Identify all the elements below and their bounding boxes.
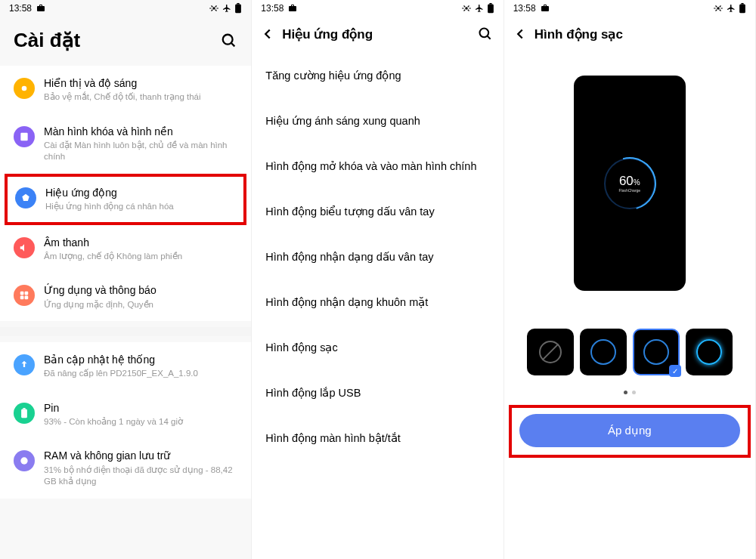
item-subtitle: Ứng dụng mặc định, Quyền [44, 299, 237, 311]
search-icon[interactable] [221, 32, 237, 49]
status-time: 13:58 [9, 3, 32, 14]
item-subtitle: Bảo vệ mắt, Chế độ tối, thanh trạng thái [44, 91, 237, 103]
battery-icon [234, 3, 242, 14]
pager-dot[interactable] [632, 391, 636, 394]
storage-icon [14, 450, 35, 471]
charge-unit: % [634, 178, 640, 187]
settings-list-group2: Bản cập nhật hệ thống Đã nâng cấp lên PD… [0, 342, 251, 499]
item-subtitle: Âm lượng, chế độ Không làm phiền [44, 251, 237, 263]
svg-rect-12 [21, 409, 27, 418]
apply-highlight: Áp dụng [509, 405, 751, 458]
item-title: Âm thanh [44, 236, 237, 249]
charge-brand: FlashCharge [618, 189, 640, 193]
pager-dot[interactable] [624, 391, 627, 394]
item-title: Bản cập nhật hệ thống [44, 353, 237, 366]
animation-preview: 60% FlashCharge [504, 53, 755, 298]
svg-rect-8 [20, 292, 24, 295]
settings-main-panel: 13:58 Cài đặt Hiển thị và độ sáng Bảo [0, 0, 252, 559]
preview-phone: 60% FlashCharge [574, 76, 686, 291]
item-subtitle: Cài đặt Màn hình luôn bật, chủ đề và màn… [44, 140, 237, 163]
svg-rect-17 [489, 3, 491, 5]
search-icon[interactable] [478, 26, 493, 42]
debug-icon [461, 5, 472, 12]
settings-item-apps[interactable]: Ứng dụng và thông báo Ứng dụng mặc định,… [3, 273, 248, 321]
sound-icon [14, 237, 35, 258]
svg-point-15 [465, 7, 468, 10]
airplane-icon [475, 4, 484, 13]
option-enhance[interactable]: Tăng cường hiệu ứng động [265, 53, 489, 98]
section-divider [0, 327, 251, 336]
svg-rect-11 [25, 296, 29, 300]
option-fingerprint-recog[interactable]: Hình động nhận dạng dấu vân tay [265, 234, 489, 280]
option-face-recog[interactable]: Hình động nhận dạng khuôn mặt [265, 280, 489, 325]
briefcase-icon [36, 4, 45, 13]
item-subtitle: Đã nâng cấp lên PD2150F_EX_A_1.9.0 [44, 368, 237, 380]
item-title: Ứng dụng và thông báo [44, 283, 237, 297]
debug-icon [713, 5, 723, 12]
pager [504, 383, 755, 405]
update-icon [14, 354, 35, 375]
thumb-style-2[interactable]: ✓ [633, 329, 680, 375]
animation-options-list: Tăng cường hiệu ứng động Hiệu ứng ánh sá… [252, 53, 503, 461]
sun-icon [14, 78, 35, 99]
charge-ring-icon: 60% FlashCharge [604, 158, 655, 209]
svg-rect-21 [739, 5, 745, 14]
settings-item-lockscreen[interactable]: Màn hình khóa và hình nền Cài đặt Màn hì… [3, 114, 248, 174]
ring-icon [590, 339, 616, 365]
ring-icon [643, 339, 669, 365]
briefcase-icon [541, 4, 550, 13]
thumb-style-3[interactable] [686, 329, 733, 375]
briefcase-icon [288, 4, 297, 13]
option-fingerprint-icon[interactable]: Hình động biểu tượng dấu vân tay [265, 189, 489, 234]
item-title: RAM và không gian lưu trữ [44, 449, 237, 462]
settings-list-group1: Hiển thị và độ sáng Bảo vệ mắt, Chế độ t… [0, 66, 251, 321]
settings-item-storage[interactable]: RAM và không gian lưu trữ 31% bộ nhớ điệ… [3, 438, 248, 498]
option-usb[interactable]: Hình động lắp USB [265, 370, 489, 415]
item-title: Hiệu ứng động [45, 186, 236, 199]
charging-animation-panel: 13:58 Hình động sạc 60% FlashCharge [504, 0, 756, 559]
svg-point-14 [20, 458, 27, 465]
option-charging[interactable]: Hình động sạc [265, 325, 489, 370]
animation-thumbnails: ✓ [504, 298, 755, 383]
settings-item-display[interactable]: Hiển thị và độ sáng Bảo vệ mắt, Chế độ t… [3, 66, 248, 114]
svg-rect-2 [237, 3, 240, 5]
airplane-icon [727, 4, 736, 13]
settings-item-sound[interactable]: Âm thanh Âm lượng, chế độ Không làm phiề… [3, 225, 248, 273]
settings-item-battery[interactable]: Pin 93% - Còn khoảng 1 ngày và 14 giờ [3, 391, 248, 439]
sub-header: Hình động sạc [504, 15, 755, 53]
back-icon[interactable] [259, 26, 276, 42]
charge-value: 60 [619, 174, 634, 188]
page-title: Cài đặt [14, 29, 80, 52]
svg-marker-7 [22, 194, 29, 201]
svg-line-19 [487, 36, 490, 39]
svg-point-3 [223, 34, 233, 44]
wallpaper-icon [14, 126, 35, 147]
settings-item-animation[interactable]: Hiệu ứng động Hiệu ứng hình động cá nhân… [5, 174, 246, 225]
settings-header: Cài đặt [0, 15, 251, 60]
thumb-style-1[interactable] [580, 329, 627, 375]
page-title: Hiệu ứng động [282, 26, 373, 42]
option-ambient-light[interactable]: Hiệu ứng ánh sáng xung quanh [265, 98, 489, 144]
apply-button[interactable]: Áp dụng [519, 414, 740, 447]
airplane-icon [222, 4, 231, 13]
svg-rect-10 [20, 296, 24, 300]
svg-rect-6 [20, 132, 27, 141]
svg-point-0 [213, 7, 216, 10]
item-subtitle: Hiệu ứng hình động cá nhân hóa [45, 201, 236, 213]
option-screen-onoff[interactable]: Hình động màn hình bật/tắt [265, 415, 489, 461]
status-bar: 13:58 [504, 0, 755, 15]
battery-icon [487, 3, 494, 14]
page-title: Hình động sạc [534, 26, 623, 42]
status-time: 13:58 [513, 3, 536, 14]
charge-percent: 60% FlashCharge [618, 174, 640, 193]
animation-effects-panel: 13:58 Hiệu ứng động Tăng cường hiệu ứng … [252, 0, 503, 559]
option-unlock[interactable]: Hình động mở khóa và vào màn hình chính [265, 144, 489, 189]
status-bar: 13:58 [252, 0, 503, 15]
thumb-none[interactable] [527, 329, 574, 375]
back-icon[interactable] [512, 26, 528, 42]
svg-line-4 [231, 42, 235, 46]
animation-icon [15, 187, 36, 208]
settings-item-update[interactable]: Bản cập nhật hệ thống Đã nâng cấp lên PD… [3, 342, 248, 391]
battery-icon [14, 403, 35, 424]
debug-icon [209, 5, 219, 12]
